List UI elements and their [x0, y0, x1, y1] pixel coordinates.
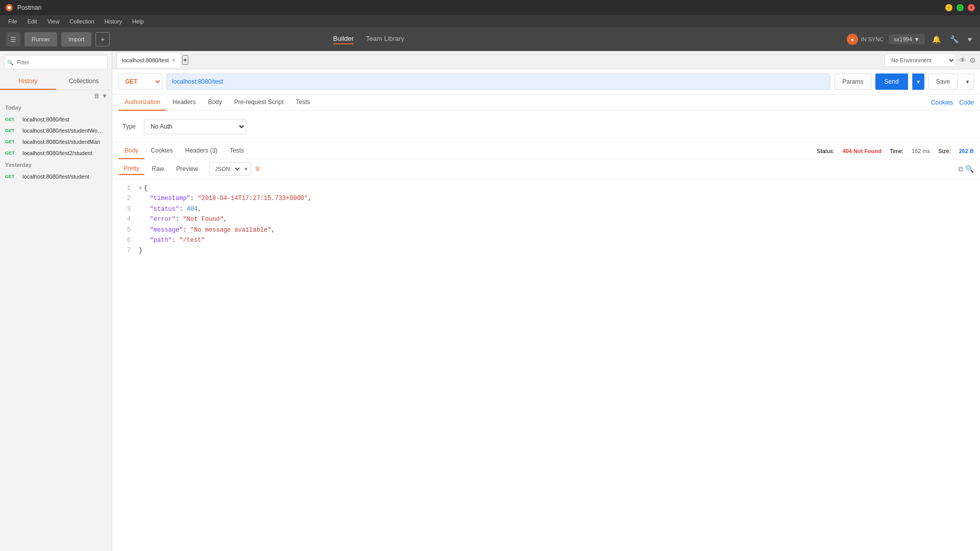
notification-icon: 🔔 [932, 35, 941, 43]
method-badge: GET [5, 139, 19, 144]
method-select[interactable]: GET POST PUT DELETE PATCH [118, 73, 162, 90]
url-input[interactable] [166, 73, 830, 90]
menu-item-history[interactable]: History [101, 17, 126, 26]
titlebar: Postman − □ × [0, 0, 980, 15]
window-controls: − □ × [945, 4, 975, 11]
method-badge: GET [5, 174, 19, 179]
send-dropdown-button[interactable]: ▼ [912, 73, 924, 90]
sync-icon: ● [847, 34, 858, 45]
nav-tests[interactable]: Tests [289, 94, 316, 111]
menu-item-view[interactable]: View [43, 17, 64, 26]
size-value: 262 B [959, 148, 974, 154]
send-button[interactable]: Send [875, 73, 908, 90]
auth-type-select[interactable]: No Auth Bearer Token Basic Auth OAuth 1.… [144, 119, 246, 134]
status-value: 404 Not Found [843, 148, 881, 154]
save-dropdown-button[interactable]: ▼ [962, 73, 974, 90]
copy-icon: ⧉ [958, 165, 963, 173]
env-settings-button[interactable]: ⚙ [969, 56, 976, 64]
nav-authorization[interactable]: Authorization [118, 94, 166, 111]
copy-response-button[interactable]: ⧉ [958, 165, 963, 173]
list-item[interactable]: GET localhost:8080/test2/student [0, 147, 112, 159]
nav-headers[interactable]: Headers [166, 94, 202, 111]
cookies-link[interactable]: Cookies [931, 99, 953, 106]
request-tab[interactable]: localhost:8080/test × [116, 53, 181, 68]
wrap-icon: ≡ [255, 164, 260, 173]
response-area: Body Cookies Headers (3) Tests Status: 4… [112, 143, 980, 551]
response-body-actions: ⧉ 🔍 [958, 165, 974, 173]
sync-text: IN SYNC [861, 36, 884, 42]
list-item[interactable]: GET localhost:8080/test/student [0, 171, 112, 182]
list-item[interactable]: GET localhost:8080/test [0, 114, 112, 125]
close-tab-button[interactable]: × [172, 57, 176, 64]
search-wrap [4, 55, 108, 69]
menu-item-help[interactable]: Help [128, 17, 148, 26]
request-area: localhost:8080/test × + No Environment 👁… [112, 51, 980, 551]
code-line: 2 "timestamp": "2018-04-14T17:27:15.733+… [118, 193, 974, 204]
sidebar-toggle-button[interactable]: ☰ [6, 32, 20, 46]
settings-button[interactable]: 🔧 [948, 33, 961, 45]
nav-body[interactable]: Body [202, 94, 228, 111]
pretty-tab[interactable]: Pretty [118, 163, 144, 175]
save-button[interactable]: Save [928, 73, 958, 90]
search-icon: 🔍 [965, 165, 974, 173]
response-status-info: Status: 404 Not Found Time: 162 ms Size:… [817, 148, 974, 154]
tab-title: localhost:8080/test [122, 57, 169, 63]
import-button[interactable]: Import [61, 32, 91, 46]
new-request-button[interactable]: + [95, 32, 110, 46]
nav-team-library[interactable]: Team Library [366, 35, 404, 44]
code-link[interactable]: Code [959, 99, 974, 106]
menu-item-file[interactable]: File [4, 17, 21, 26]
response-tab-headers[interactable]: Headers (3) [179, 143, 224, 159]
heart-icon: ♥ [968, 35, 972, 43]
code-line: 7 } [118, 245, 974, 256]
raw-tab[interactable]: Raw [146, 163, 169, 174]
response-tab-body[interactable]: Body [118, 143, 144, 159]
collections-tab[interactable]: Collections [56, 73, 112, 90]
search-input[interactable] [4, 55, 108, 69]
request-tabs-bar: localhost:8080/test × + No Environment 👁… [112, 51, 980, 69]
delete-history-button[interactable]: 🗑 ▼ [94, 92, 108, 99]
nav-prerequest-script[interactable]: Pre-request Script [228, 94, 290, 111]
format-select[interactable]: JSON HTML XML Text [210, 163, 241, 175]
item-url: localhost:8080/test/studentWomen [22, 128, 107, 134]
env-eye-button[interactable]: 👁 [959, 56, 966, 64]
menu-item-edit[interactable]: Edit [23, 17, 41, 26]
notification-button[interactable]: 🔔 [930, 33, 943, 45]
method-badge: GET [5, 128, 19, 133]
wrap-toggle-button[interactable]: ≡ [255, 164, 260, 173]
code-line: 3 "status": 404, [118, 204, 974, 214]
today-section-label: Today [0, 102, 112, 114]
list-item[interactable]: GET localhost:8080/test/studentMan [0, 136, 112, 147]
menu-item-collection[interactable]: Collection [65, 17, 98, 26]
plus-icon: + [101, 35, 105, 43]
history-tab[interactable]: History [0, 73, 56, 90]
url-bar: GET POST PUT DELETE PATCH Params Send ▼ … [112, 69, 980, 94]
user-menu-button[interactable]: sx1994 ▼ [889, 34, 924, 44]
nav-builder[interactable]: Builder [333, 35, 354, 44]
size-label: Size: [938, 148, 950, 154]
minimize-button[interactable]: − [945, 4, 952, 11]
response-tab-cookies[interactable]: Cookies [144, 143, 179, 159]
params-button[interactable]: Params [835, 73, 871, 90]
favorites-button[interactable]: ♥ [966, 33, 974, 45]
sidebar-tabs: History Collections [0, 73, 112, 90]
app-title: Postman [17, 4, 41, 11]
search-response-button[interactable]: 🔍 [965, 165, 974, 173]
response-tab-tests[interactable]: Tests [224, 143, 250, 159]
search-box [0, 51, 112, 73]
preview-tab[interactable]: Preview [171, 163, 203, 174]
code-line: 4 "error": "Not Found", [118, 214, 974, 224]
item-url: localhost:8080/test/student [22, 173, 89, 180]
runner-button[interactable]: Runner [24, 32, 57, 46]
method-badge: GET [5, 117, 19, 122]
list-item[interactable]: GET localhost:8080/test/studentWomen [0, 125, 112, 136]
sync-indicator: ● IN SYNC [847, 34, 884, 45]
maximize-button[interactable]: □ [957, 4, 964, 11]
response-body-tabs: Pretty Raw Preview JSON HTML XML Text ▼ … [112, 159, 980, 179]
environment-select[interactable]: No Environment [885, 54, 956, 67]
close-button[interactable]: × [968, 4, 975, 11]
trash-icon: 🗑 ▼ [94, 92, 108, 99]
wrench-icon: 🔧 [950, 35, 959, 43]
code-line: 5 "message": "No message available", [118, 225, 974, 235]
add-tab-button[interactable]: + [182, 55, 188, 65]
